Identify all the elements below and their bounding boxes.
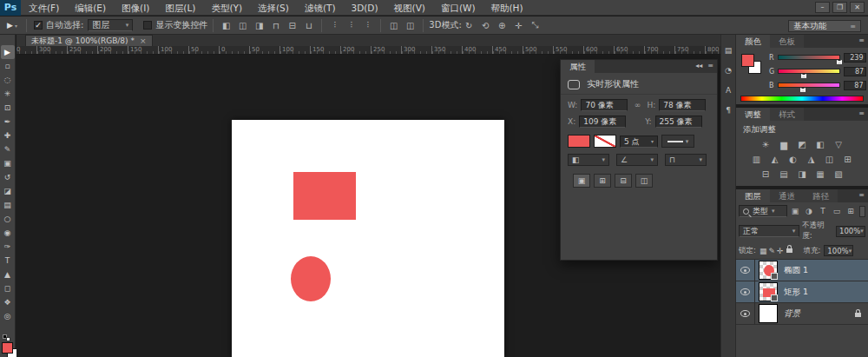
- align-bottom-icon[interactable]: ⊔: [301, 19, 316, 32]
- gradient-map-icon[interactable]: ▦: [814, 169, 827, 180]
- height-field[interactable]: 78 像素: [659, 99, 706, 111]
- link-dimensions-icon[interactable]: ∞: [631, 101, 643, 109]
- auto-select-checkbox[interactable]: ✓: [34, 21, 43, 30]
- path-selection-tool[interactable]: ▲: [1, 268, 15, 281]
- blue-slider[interactable]: [778, 83, 840, 88]
- panel-menu-icon[interactable]: ≡: [858, 109, 865, 117]
- distribute-h-icon[interactable]: ◫: [386, 19, 401, 32]
- visibility-cell[interactable]: [736, 303, 755, 324]
- auto-select-target-dropdown[interactable]: 图层: [88, 19, 133, 31]
- 3d-slide-icon[interactable]: ✛: [511, 19, 526, 32]
- 3d-scale-icon[interactable]: ⤡: [528, 19, 542, 32]
- blue-value[interactable]: 87: [844, 81, 866, 90]
- document-tab[interactable]: 未标题-1 @ 100%(RGB/8) * ×: [25, 35, 153, 46]
- selective-color-icon[interactable]: ▧: [832, 169, 845, 180]
- lasso-tool[interactable]: ◌: [1, 73, 15, 87]
- 3d-rotate-icon[interactable]: ↻: [462, 19, 477, 32]
- type-tool[interactable]: T: [1, 254, 15, 268]
- menu-layer[interactable]: 图层(L): [157, 0, 203, 16]
- posterize-icon[interactable]: ▤: [778, 169, 791, 180]
- red-value[interactable]: 239: [844, 53, 866, 63]
- crop-tool[interactable]: ⊡: [1, 101, 15, 115]
- distribute-middle-icon[interactable]: ⫶: [344, 19, 358, 32]
- filter-smart-objects-icon[interactable]: ⊞: [845, 206, 857, 217]
- distribute-top-icon[interactable]: ⫶: [327, 19, 342, 32]
- shape-tool[interactable]: ◻: [1, 281, 15, 295]
- align-v-center-icon[interactable]: ⊟: [285, 19, 299, 32]
- hue-saturation-icon[interactable]: ▥: [750, 154, 763, 165]
- exposure-icon[interactable]: ◧: [814, 139, 827, 150]
- channel-mixer-icon[interactable]: ◫: [823, 154, 836, 165]
- eye-icon[interactable]: [740, 310, 750, 317]
- layer-name[interactable]: 椭圆 1: [784, 265, 808, 276]
- workspace-switcher-button[interactable]: 基本功能: [788, 20, 861, 32]
- distribute-bottom-icon[interactable]: ⫶: [360, 19, 375, 32]
- zoom-tool[interactable]: ◎: [1, 309, 15, 323]
- y-field[interactable]: 255 像素: [655, 116, 702, 128]
- foreground-color-swatch[interactable]: [2, 342, 13, 354]
- stroke-width-field[interactable]: 5 点▾: [620, 136, 658, 148]
- panel-menu-icon[interactable]: ≡: [707, 62, 713, 69]
- eye-icon[interactable]: [740, 267, 750, 274]
- color-spectrum-ramp[interactable]: [740, 96, 864, 102]
- menu-select[interactable]: 选择(S): [250, 0, 297, 16]
- rectangle-shape[interactable]: [293, 172, 356, 220]
- tab-color[interactable]: 颜色: [736, 35, 770, 48]
- x-field[interactable]: 109 像素: [579, 116, 626, 128]
- stroke-corner-icon[interactable]: ⊓: [665, 154, 707, 166]
- move-tool[interactable]: ▶: [1, 45, 15, 59]
- visibility-cell[interactable]: [736, 281, 755, 302]
- invert-icon[interactable]: ⊟: [760, 169, 773, 180]
- eraser-tool[interactable]: ◪: [1, 184, 15, 198]
- tab-layers[interactable]: 图层: [736, 189, 770, 202]
- paragraph-panel-icon[interactable]: ¶: [721, 103, 735, 117]
- tab-adjustments[interactable]: 调整: [736, 108, 770, 121]
- 3d-drag-icon[interactable]: ⊕: [495, 19, 510, 32]
- threshold-icon[interactable]: ◨: [796, 169, 809, 180]
- layer-row-ellipse[interactable]: 椭圆 1: [736, 260, 868, 281]
- width-field[interactable]: 70 像素: [581, 99, 628, 111]
- menu-window[interactable]: 窗口(W): [433, 0, 483, 16]
- vibrance-icon[interactable]: ▽: [832, 139, 845, 150]
- black-white-icon[interactable]: ◐: [786, 154, 799, 165]
- eye-icon[interactable]: [740, 288, 750, 295]
- hand-tool[interactable]: ❖: [1, 295, 15, 309]
- history-brush-tool[interactable]: ↺: [1, 170, 15, 184]
- menu-3d[interactable]: 3D(D): [343, 0, 385, 16]
- menu-edit[interactable]: 编辑(E): [67, 0, 114, 16]
- tab-styles[interactable]: 样式: [770, 108, 804, 121]
- photo-filter-icon[interactable]: ◮: [805, 154, 818, 165]
- menu-help[interactable]: 帮助(H): [483, 0, 531, 16]
- menu-type[interactable]: 类型(Y): [203, 0, 250, 16]
- align-right-icon[interactable]: ◨: [252, 19, 266, 32]
- blend-mode-dropdown[interactable]: 正常: [739, 225, 799, 237]
- layer-name[interactable]: 矩形 1: [784, 287, 808, 298]
- green-slider[interactable]: [778, 69, 840, 74]
- auto-align-icon[interactable]: ◫: [403, 19, 418, 32]
- close-button[interactable]: ✕: [850, 2, 865, 13]
- pen-tool[interactable]: ✑: [1, 240, 15, 254]
- lock-all-icon[interactable]: [786, 248, 792, 253]
- layer-thumbnail[interactable]: [759, 261, 778, 280]
- visibility-cell[interactable]: [736, 260, 755, 281]
- stroke-align-icon[interactable]: ◧: [568, 154, 609, 166]
- tab-properties[interactable]: 属性: [561, 60, 595, 73]
- filter-adjustment-layers-icon[interactable]: ◑: [803, 206, 815, 217]
- lock-pixels-icon[interactable]: ✎: [768, 247, 775, 255]
- layer-thumbnail[interactable]: [759, 282, 778, 301]
- tab-swatches[interactable]: 色板: [770, 35, 804, 48]
- layer-thumbnail[interactable]: [759, 304, 778, 323]
- stroke-cap-icon[interactable]: ∠: [616, 154, 658, 166]
- show-transform-checkbox[interactable]: [143, 21, 152, 30]
- fill-color-swatch[interactable]: [568, 135, 590, 148]
- clone-stamp-tool[interactable]: ▣: [1, 156, 15, 170]
- combine-shapes-icon[interactable]: ▣: [573, 174, 590, 188]
- document-canvas[interactable]: [232, 120, 504, 357]
- align-left-icon[interactable]: ◧: [219, 19, 233, 32]
- brush-tool[interactable]: ✎: [1, 142, 15, 156]
- green-value[interactable]: 87: [844, 67, 866, 76]
- menu-file[interactable]: 文件(F): [21, 0, 67, 16]
- layer-name[interactable]: 背景: [784, 308, 800, 320]
- fill-field[interactable]: 100%: [824, 245, 853, 256]
- red-slider[interactable]: [778, 55, 840, 60]
